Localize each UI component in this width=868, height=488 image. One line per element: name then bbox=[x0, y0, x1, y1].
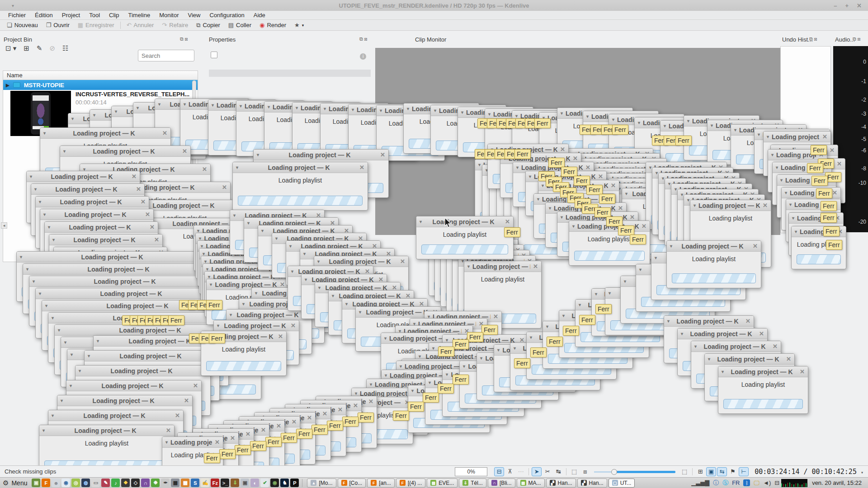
dialog-close-icon[interactable]: ✕ bbox=[832, 189, 837, 196]
taskbar-window-button[interactable]: F[Co... bbox=[338, 479, 366, 488]
dialog-close-icon[interactable]: ✕ bbox=[618, 205, 623, 211]
dialog-close-icon[interactable]: ✕ bbox=[745, 318, 750, 324]
dialog-menu-caret-icon[interactable]: ▾ bbox=[530, 335, 532, 340]
dialog-menu-caret-icon[interactable]: ▾ bbox=[268, 104, 270, 109]
dialog-menu-caret-icon[interactable]: ▾ bbox=[734, 127, 736, 132]
dialog-menu-caret-icon[interactable]: ▾ bbox=[667, 319, 670, 324]
dialog-titlebar[interactable]: ▾Loading project — K✕ bbox=[29, 276, 223, 287]
dialog-close-icon[interactable]: ✕ bbox=[184, 397, 189, 404]
dialog-menu-caret-icon[interactable]: ▾ bbox=[561, 215, 563, 220]
dialog-close-icon[interactable]: ✕ bbox=[278, 333, 283, 340]
dialog-close-icon[interactable]: ✕ bbox=[493, 313, 498, 320]
dialog-close-icon[interactable]: ✕ bbox=[175, 412, 180, 419]
dialog-menu-caret-icon[interactable]: ▾ bbox=[115, 109, 117, 114]
dialog-close-icon[interactable]: ✕ bbox=[280, 281, 285, 288]
system-monitor-graph[interactable] bbox=[781, 479, 807, 487]
dialog-close-icon[interactable]: ✕ bbox=[166, 427, 171, 434]
dialog-close-icon[interactable]: ✕ bbox=[773, 343, 778, 350]
dialog-titlebar[interactable]: ▾Loading project — K✕ bbox=[39, 425, 174, 436]
dialog-menu-caret-icon[interactable]: ▾ bbox=[432, 346, 434, 351]
dialog-menu-caret-icon[interactable]: ▾ bbox=[296, 105, 298, 110]
dialog-menu-caret-icon[interactable]: ▾ bbox=[586, 114, 589, 119]
dialog-titlebar[interactable]: ▾Loading project — K✕ bbox=[45, 222, 158, 233]
dialog-close-icon[interactable]: ✕ bbox=[322, 410, 327, 417]
dialog-titlebar[interactable]: ▾Loading project — K✕ bbox=[48, 410, 183, 421]
dialog-menu-caret-icon[interactable]: ▾ bbox=[137, 105, 139, 110]
dialog-close-icon[interactable]: ✕ bbox=[338, 406, 343, 413]
split-view-icon[interactable]: ⊞ bbox=[695, 467, 705, 476]
dialog-menu-caret-icon[interactable]: ▾ bbox=[515, 113, 518, 118]
dialog-menu-caret-icon[interactable]: ▾ bbox=[236, 165, 238, 170]
razor-tool[interactable]: ✂ bbox=[542, 467, 552, 476]
markers-toggle[interactable]: ⚑ bbox=[728, 467, 738, 476]
dialog-close-icon[interactable]: ✕ bbox=[136, 186, 141, 192]
dialog-titlebar[interactable]: ▾Loading project — K✕ bbox=[254, 150, 388, 160]
dialog-menu-caret-icon[interactable]: ▾ bbox=[88, 353, 90, 358]
dialog-menu-caret-icon[interactable]: ▾ bbox=[638, 120, 640, 125]
taskbar-app-icon-11[interactable]: ∩ bbox=[141, 479, 150, 487]
dialog-menu-caret-icon[interactable]: ▾ bbox=[52, 315, 54, 320]
dialog-titlebar[interactable]: ▾Loading project — K✕ bbox=[226, 310, 311, 320]
loading-dialog-foreground[interactable]: ▾Loading project — K✕Loading playlistFer… bbox=[416, 216, 514, 259]
taskbar-app-icon-7[interactable]: ✎ bbox=[101, 479, 110, 487]
taskbar-app-icon-4[interactable]: ◎ bbox=[71, 479, 80, 487]
volume-icon[interactable]: ◄) bbox=[763, 479, 771, 486]
dialog-menu-caret-icon[interactable]: ▾ bbox=[711, 123, 713, 128]
dialog-titlebar[interactable]: ▾Loading project — K✕ bbox=[464, 261, 541, 272]
dialog-titlebar[interactable]: ▾Loading project — K✕ bbox=[233, 162, 368, 173]
taskbar-window-button[interactable]: ▞Han... bbox=[577, 479, 607, 488]
dialog-menu-caret-icon[interactable]: ▾ bbox=[546, 324, 548, 329]
network-signal-icon[interactable]: ▁▃▅▇ bbox=[691, 479, 709, 486]
dialog-menu-caret-icon[interactable]: ▾ bbox=[39, 291, 41, 296]
dialog-titlebar[interactable]: ▾Loading project — K✕ bbox=[27, 171, 140, 182]
dialog-menu-caret-icon[interactable]: ▾ bbox=[247, 221, 250, 225]
taskbar-app-icon-13[interactable]: ✒ bbox=[161, 479, 170, 487]
dialog-titlebar[interactable]: ▾Loading project — K✕ bbox=[57, 395, 192, 406]
dialog-titlebar[interactable]: ▾Loading project — K✕ bbox=[66, 380, 201, 391]
dialog-close-icon[interactable]: ✕ bbox=[642, 223, 646, 230]
dialog-menu-caret-icon[interactable]: ▾ bbox=[33, 279, 35, 284]
dialog-menu-caret-icon[interactable]: ▾ bbox=[45, 303, 47, 308]
dialog-menu-caret-icon[interactable]: ▾ bbox=[776, 165, 778, 170]
dialog-menu-caret-icon[interactable]: ▾ bbox=[79, 368, 81, 373]
dialog-titlebar[interactable]: ▾Loading project — K✕ bbox=[764, 131, 830, 142]
dialog-close-icon[interactable]: ✕ bbox=[215, 439, 220, 446]
dialog-menu-caret-icon[interactable]: ▾ bbox=[537, 197, 539, 202]
taskbar-window-button[interactable]: ▞Han... bbox=[546, 479, 576, 488]
dialog-menu-caret-icon[interactable]: ▾ bbox=[52, 413, 54, 418]
skype-icon[interactable]: Ⓢ bbox=[722, 479, 728, 487]
dialog-close-icon[interactable]: ✕ bbox=[154, 236, 159, 243]
dialog-titlebar[interactable]: ▾Loading project — K✕ bbox=[678, 328, 767, 339]
dialog-menu-caret-icon[interactable]: ▾ bbox=[789, 202, 792, 207]
selection-icon[interactable]: ⬚ bbox=[569, 467, 579, 476]
spacer-tool[interactable]: ↹ bbox=[553, 467, 563, 476]
taskbar-window-button[interactable]: ▲[Mo... bbox=[307, 479, 336, 488]
dialog-menu-caret-icon[interactable]: ▾ bbox=[675, 187, 677, 192]
dialog-menu-caret-icon[interactable]: ▾ bbox=[687, 118, 689, 123]
dialog-menu-caret-icon[interactable]: ▾ bbox=[70, 383, 72, 388]
timecode-display[interactable]: 00:03:24:14 / 00:10:42:25 ▾ bbox=[755, 468, 863, 476]
dialog-menu-caret-icon[interactable]: ▾ bbox=[30, 174, 32, 179]
taskbar-app-icon-19[interactable]: >_ bbox=[221, 479, 229, 487]
dialog-menu-caret-icon[interactable]: ▾ bbox=[255, 291, 257, 296]
dialog-menu-caret-icon[interactable]: ▾ bbox=[71, 116, 74, 121]
dialog-close-icon[interactable]: ✕ bbox=[141, 198, 146, 205]
dialog-menu-caret-icon[interactable]: ▾ bbox=[639, 267, 642, 272]
taskbar-app-icon-6[interactable]: ▭ bbox=[91, 479, 100, 487]
dialog-titlebar[interactable]: ▾Loading project — K✕ bbox=[36, 197, 149, 207]
taskbar-window-button[interactable]: F[(4) ... bbox=[396, 479, 425, 488]
dialog-menu-caret-icon[interactable]: ▾ bbox=[355, 391, 357, 396]
dialog-close-icon[interactable]: ✕ bbox=[245, 431, 250, 437]
taskbar-window-button[interactable]: ▤MA... bbox=[517, 479, 545, 488]
dialog-menu-caret-icon[interactable]: ▾ bbox=[63, 149, 66, 154]
select-tool[interactable]: ➤ bbox=[532, 467, 542, 476]
dialog-menu-caret-icon[interactable]: ▾ bbox=[58, 328, 60, 333]
dialog-titlebar[interactable]: ▾Loading project — K✕ bbox=[162, 437, 223, 448]
dialog-titlebar[interactable]: ▾Loading project — K✕ bbox=[40, 209, 153, 220]
dialog-menu-caret-icon[interactable]: ▾ bbox=[664, 123, 666, 128]
dialog-close-icon[interactable]: ✕ bbox=[353, 402, 358, 409]
dialog-menu-caret-icon[interactable]: ▾ bbox=[771, 152, 774, 157]
dialog-close-icon[interactable]: ✕ bbox=[150, 224, 155, 230]
zoom-fit-icon[interactable]: ⬚ bbox=[679, 467, 689, 476]
dialog-menu-caret-icon[interactable]: ▾ bbox=[708, 357, 710, 361]
